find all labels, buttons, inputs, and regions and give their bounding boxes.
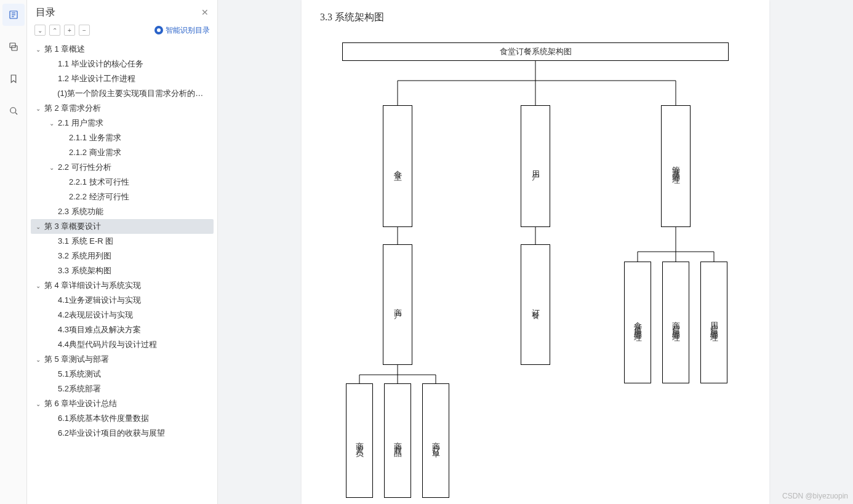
toc-item[interactable]: 5.1系统测试 bbox=[31, 367, 214, 382]
toc-item[interactable]: 4.2表现层设计与实现 bbox=[31, 308, 214, 322]
toc-item[interactable]: ⌄第 2 章需求分析 bbox=[31, 101, 214, 116]
collapse-all-button[interactable]: ⌄ bbox=[34, 25, 46, 36]
toc-item[interactable]: 3.1 系统 E-R 图 bbox=[31, 234, 214, 249]
thumbnails-icon[interactable] bbox=[2, 36, 25, 58]
toc-title: 目录 bbox=[36, 6, 199, 19]
diagram-canteen: 食堂 bbox=[383, 105, 412, 227]
toc-item-label: 第 3 章概要设计 bbox=[44, 221, 101, 232]
diagram-admin-leaf-2: 商户信息管理 bbox=[662, 262, 689, 383]
toc-item-label: 4.1业务逻辑设计与实现 bbox=[58, 295, 141, 306]
toc-item-label: 4.2表现层设计与实现 bbox=[58, 310, 133, 321]
toc-item-label: 6.1系统基本软件度量数据 bbox=[58, 413, 149, 424]
close-icon[interactable]: ✕ bbox=[199, 5, 211, 20]
toc-item-label: 3.1 系统 E-R 图 bbox=[58, 236, 113, 247]
expand-all-button[interactable]: ⌃ bbox=[49, 25, 60, 36]
toc-tree[interactable]: ⌄第 1 章概述1.1 毕业设计的核心任务1.2 毕业设计工作进程(1)第一个阶… bbox=[27, 41, 217, 504]
toc-item-label: 第 6 章毕业设计总结 bbox=[44, 398, 117, 409]
toc-item-label: 第 1 章概述 bbox=[44, 44, 85, 55]
toc-item[interactable]: 4.1业务逻辑设计与实现 bbox=[31, 293, 214, 308]
section-heading: 3.3 系统架构图 bbox=[320, 11, 751, 24]
diagram-root: 食堂订餐系统架构图 bbox=[342, 42, 729, 61]
toc-item[interactable]: 3.3 系统架构图 bbox=[31, 263, 214, 278]
page: 3.3 系统架构图 bbox=[302, 0, 769, 504]
toc-item-label: 2.1.2 商业需求 bbox=[69, 147, 121, 158]
toc-item-label: 5.1系统测试 bbox=[58, 369, 101, 380]
toc-item-label: 1.2 毕业设计工作进程 bbox=[58, 73, 135, 84]
toc-item-label: 5.2系统部署 bbox=[58, 383, 101, 394]
chevron-down-icon[interactable]: ⌄ bbox=[36, 105, 43, 112]
toc-item[interactable]: ⌄第 5 章测试与部署 bbox=[31, 352, 214, 367]
toc-item[interactable]: 2.3 系统功能 bbox=[31, 204, 214, 219]
toc-item[interactable]: ⌄2.1 用户需求 bbox=[31, 116, 214, 130]
toc-item[interactable]: 2.1.2 商业需求 bbox=[31, 145, 214, 160]
toc-item[interactable]: 1.1 毕业设计的核心任务 bbox=[31, 57, 214, 71]
toc-item-label: (1)第一个阶段主要实现项目需求分析的编写 ... bbox=[57, 88, 210, 99]
smart-recognize-link[interactable]: 智能识别目录 bbox=[154, 25, 210, 36]
toc-toolbar: ⌄ ⌃ + − 智能识别目录 bbox=[27, 22, 217, 41]
toc-item-label: 第 2 章需求分析 bbox=[44, 103, 101, 114]
toc-item-label: 第 5 章测试与部署 bbox=[44, 354, 109, 365]
diagram-admin: 管理员管理 bbox=[661, 105, 691, 227]
toc-item[interactable]: 2.1.1 业务需求 bbox=[31, 130, 214, 145]
toc-item-label: 第 4 章详细设计与系统实现 bbox=[44, 280, 141, 291]
toc-item[interactable]: ⌄第 1 章概述 bbox=[31, 42, 214, 57]
chevron-down-icon[interactable]: ⌄ bbox=[49, 164, 57, 171]
chevron-down-icon[interactable]: ⌄ bbox=[36, 401, 43, 407]
svg-line-7 bbox=[15, 113, 17, 114]
toc-item-label: 2.2.1 技术可行性 bbox=[69, 177, 129, 188]
toc-item[interactable]: 5.2系统部署 bbox=[31, 382, 214, 396]
collapse-button[interactable]: − bbox=[79, 25, 90, 36]
toc-item[interactable]: 1.2 毕业设计工作进程 bbox=[31, 71, 214, 86]
svg-point-6 bbox=[10, 108, 15, 113]
toc-panel: 目录 ✕ ⌄ ⌃ + − 智能识别目录 ⌄第 1 章概述1.1 毕业设计的核心任… bbox=[27, 0, 218, 504]
toc-item-label: 1.1 毕业设计的核心任务 bbox=[58, 58, 143, 70]
document-area[interactable]: 3.3 系统架构图 bbox=[218, 0, 853, 504]
toc-item[interactable]: 6.1系统基本软件度量数据 bbox=[31, 411, 214, 426]
architecture-diagram: 食堂订餐系统架构图 食堂 用户 管理员管理 商户 订餐 商户人员 bbox=[338, 33, 732, 500]
diagram-admin-leaf-3: 用户信息管理 bbox=[700, 262, 727, 383]
toc-item[interactable]: ⌄第 6 章毕业设计总结 bbox=[31, 396, 214, 411]
toc-item[interactable]: 6.2毕业设计项目的收获与展望 bbox=[31, 426, 214, 441]
bookmark-icon[interactable] bbox=[2, 68, 25, 90]
smart-link-label: 智能识别目录 bbox=[166, 25, 210, 36]
chevron-down-icon[interactable]: ⌄ bbox=[36, 282, 43, 289]
watermark: CSDN @biyezuopin bbox=[782, 492, 848, 500]
toc-item-label: 3.3 系统架构图 bbox=[58, 265, 111, 276]
toc-item[interactable]: 3.2 系统用列图 bbox=[31, 249, 214, 263]
diagram-order: 订餐 bbox=[521, 244, 550, 365]
toc-item[interactable]: ⌄第 4 章详细设计与系统实现 bbox=[31, 278, 214, 293]
toc-item[interactable]: 4.3项目难点及解决方案 bbox=[31, 322, 214, 337]
diagram-admin-leaf-1: 食堂信息管理 bbox=[624, 262, 651, 383]
chevron-down-icon[interactable]: ⌄ bbox=[36, 46, 43, 53]
diagram-merchant: 商户 bbox=[383, 244, 412, 365]
toc-item-label: 2.3 系统功能 bbox=[58, 206, 103, 217]
diagram-merchant-leaf-2: 商户商品 bbox=[384, 383, 411, 498]
toc-item-label: 2.2 可行性分析 bbox=[58, 162, 111, 173]
toc-item-label: 6.2毕业设计项目的收获与展望 bbox=[58, 428, 165, 439]
diagram-merchant-leaf-1: 商户人员 bbox=[346, 383, 373, 498]
chevron-down-icon[interactable]: ⌄ bbox=[36, 356, 43, 363]
toc-item[interactable]: ⌄2.2 可行性分析 bbox=[31, 160, 214, 175]
tool-rail bbox=[0, 0, 27, 504]
toc-item-label: 4.4典型代码片段与设计过程 bbox=[58, 339, 157, 350]
chevron-down-icon[interactable]: ⌄ bbox=[49, 120, 57, 127]
toc-item[interactable]: 2.2.1 技术可行性 bbox=[31, 175, 214, 190]
outline-icon[interactable] bbox=[2, 4, 25, 26]
toc-item-label: 2.1 用户需求 bbox=[58, 118, 103, 129]
expand-button[interactable]: + bbox=[64, 25, 75, 36]
toc-item[interactable]: (1)第一个阶段主要实现项目需求分析的编写 ... bbox=[31, 86, 214, 101]
toc-item-label: 2.2.2 经济可行性 bbox=[69, 191, 129, 202]
chevron-down-icon[interactable]: ⌄ bbox=[36, 223, 43, 230]
toc-item[interactable]: ⌄第 3 章概要设计 bbox=[31, 219, 214, 234]
ai-icon bbox=[154, 26, 163, 34]
toc-item-label: 2.1.1 业务需求 bbox=[69, 132, 121, 143]
toc-item-label: 4.3项目难点及解决方案 bbox=[58, 324, 141, 335]
diagram-merchant-leaf-3: 商户订单 bbox=[422, 383, 449, 498]
search-icon[interactable] bbox=[2, 100, 25, 122]
toc-item[interactable]: 2.2.2 经济可行性 bbox=[31, 190, 214, 204]
toc-item-label: 3.2 系统用列图 bbox=[58, 250, 111, 262]
svg-rect-4 bbox=[10, 43, 15, 48]
diagram-user: 用户 bbox=[521, 105, 550, 227]
svg-rect-5 bbox=[12, 46, 17, 51]
toc-item[interactable]: 4.4典型代码片段与设计过程 bbox=[31, 337, 214, 352]
